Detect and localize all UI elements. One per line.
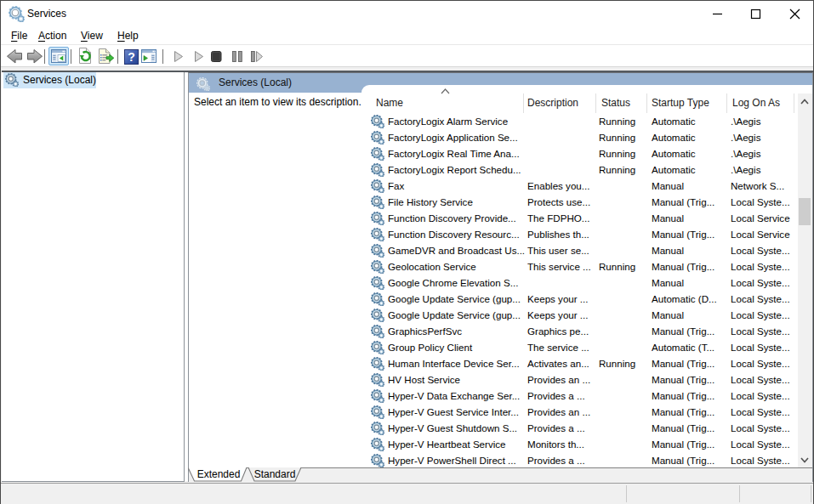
svg-text:?: ? xyxy=(128,50,135,64)
